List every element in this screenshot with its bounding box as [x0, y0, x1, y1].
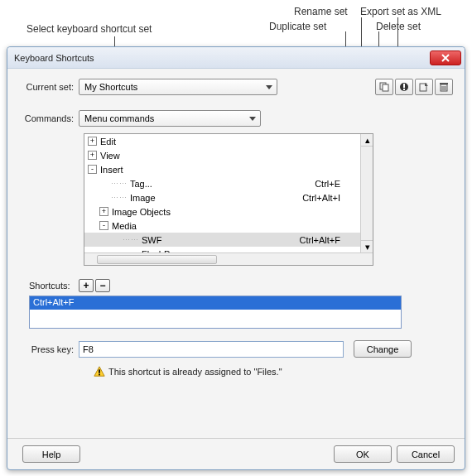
scroll-thumb[interactable] — [97, 255, 217, 264]
press-key-input[interactable] — [79, 341, 344, 358]
tree-row[interactable]: ⋯⋯FlashPaper — [84, 247, 360, 252]
commands-dropdown[interactable]: Menu commands — [79, 110, 261, 127]
tree-row[interactable]: +View — [84, 148, 360, 162]
commands-label: Commands: — [19, 113, 79, 123]
rename-set-button[interactable] — [395, 79, 413, 95]
svg-rect-7 — [440, 83, 448, 84]
collapse-icon[interactable]: - — [99, 221, 108, 230]
svg-rect-11 — [99, 369, 100, 373]
current-set-label: Current set: — [19, 82, 79, 92]
tree-connector: ⋯⋯ — [111, 180, 128, 188]
svg-rect-3 — [403, 84, 405, 88]
tree-item-shortcut: Ctrl+Alt+F — [299, 235, 360, 245]
annotation-duplicate: Duplicate set — [269, 21, 326, 32]
shortcuts-label: Shortcuts: — [29, 281, 79, 291]
tree-row[interactable]: +Edit — [84, 134, 360, 148]
current-set-value: My Shortcuts — [84, 82, 137, 92]
warning-text: This shortcut is already assigned to "Fi… — [108, 367, 282, 377]
scroll-down-icon[interactable]: ▾ — [361, 240, 373, 252]
close-icon — [441, 54, 450, 62]
tree-item-label: Insert — [100, 165, 123, 175]
tree-vertical-scrollbar[interactable]: ▴ ▾ — [360, 134, 373, 252]
scroll-up-icon[interactable]: ▴ — [361, 134, 373, 147]
tree-row[interactable]: ⋯⋯ImageCtrl+Alt+I — [84, 190, 360, 204]
tree-item-label: Media — [112, 221, 137, 231]
titlebar: Keyboard Shortcuts — [7, 47, 465, 69]
commands-value: Menu commands — [84, 113, 154, 123]
ok-button[interactable]: OK — [334, 445, 392, 463]
expand-icon[interactable]: + — [88, 151, 97, 160]
tree-item-shortcut: Ctrl+Alt+I — [302, 193, 360, 203]
annotation-layer: Select keyboard shortcut set Rename set … — [0, 0, 472, 48]
tree-item-label: Image — [130, 193, 156, 203]
current-set-dropdown[interactable]: My Shortcuts — [79, 79, 277, 95]
tree-item-label: Tag... — [130, 179, 152, 189]
commands-tree[interactable]: +Edit+View-Insert⋯⋯Tag...Ctrl+E⋯⋯ImageCt… — [84, 133, 373, 266]
tree-row[interactable]: +Image Objects — [84, 204, 360, 219]
collapse-icon[interactable]: - — [88, 165, 97, 174]
tree-connector: ⋯⋯ — [111, 194, 128, 202]
remove-shortcut-button[interactable]: − — [95, 279, 110, 292]
help-button[interactable]: Help — [22, 445, 80, 463]
tree-item-label: View — [100, 151, 120, 161]
cancel-button[interactable]: Cancel — [397, 445, 455, 463]
trash-icon — [438, 81, 450, 93]
tree-horizontal-scrollbar[interactable] — [84, 252, 373, 265]
tree-item-shortcut: Ctrl+E — [315, 179, 360, 189]
tree-row[interactable]: -Insert — [84, 162, 360, 176]
export-icon — [418, 81, 430, 93]
annotation-delete: Delete set — [376, 21, 421, 32]
tree-item-label: Image Objects — [112, 207, 171, 217]
warning-message: This shortcut is already assigned to "Fi… — [94, 366, 453, 377]
tree-row[interactable]: -Media — [84, 219, 360, 233]
svg-rect-12 — [99, 374, 100, 376]
tree-item-label: Edit — [100, 137, 116, 147]
tree-connector: ⋯⋯ — [123, 236, 139, 244]
close-button[interactable] — [430, 50, 461, 65]
svg-rect-1 — [383, 84, 388, 91]
tree-item-label: SWF — [142, 235, 161, 245]
annotation-export: Export set as XML — [360, 6, 441, 17]
annotation-rename: Rename set — [294, 6, 348, 17]
shortcut-selected[interactable]: Ctrl+Alt+F — [30, 296, 401, 310]
press-key-label: Press key: — [19, 344, 79, 354]
rename-icon — [398, 81, 410, 93]
svg-rect-4 — [403, 89, 405, 90]
dialog-footer: Help OK Cancel — [7, 438, 465, 469]
annotation-select-set: Select keyboard shortcut set — [26, 23, 152, 35]
expand-icon[interactable]: + — [88, 137, 97, 146]
export-set-button[interactable] — [415, 79, 433, 95]
expand-icon[interactable]: + — [99, 207, 108, 216]
tree-row[interactable]: ⋯⋯Tag...Ctrl+E — [84, 176, 360, 190]
change-button[interactable]: Change — [354, 340, 412, 358]
duplicate-set-button[interactable] — [375, 79, 393, 95]
keyboard-shortcuts-dialog: Keyboard Shortcuts Current set: My Short… — [7, 46, 465, 470]
shortcuts-list[interactable]: Ctrl+Alt+F — [29, 296, 402, 329]
warning-icon — [94, 366, 105, 377]
tree-row[interactable]: ⋯⋯SWFCtrl+Alt+F — [84, 233, 360, 247]
add-shortcut-button[interactable]: + — [79, 279, 94, 292]
duplicate-icon — [378, 81, 390, 93]
window-title: Keyboard Shortcuts — [14, 53, 94, 63]
delete-set-button[interactable] — [435, 79, 453, 95]
